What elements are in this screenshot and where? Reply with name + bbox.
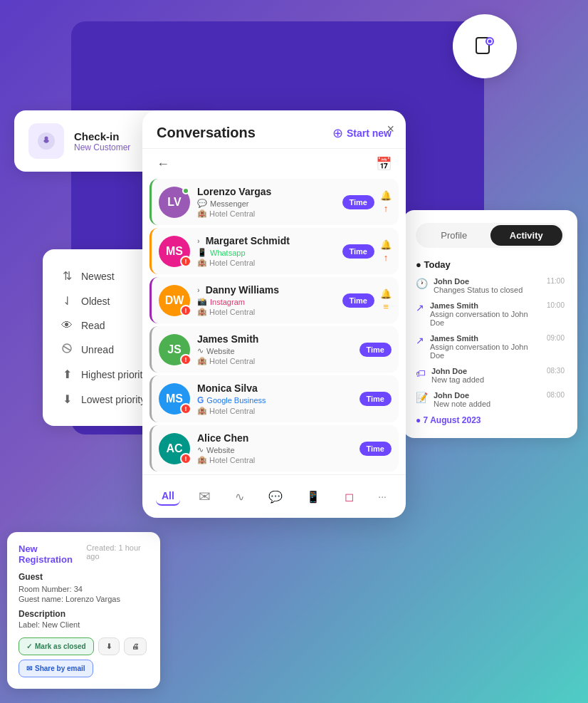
- notification-button[interactable]: [453, 14, 517, 78]
- tab-activity[interactable]: Activity: [490, 225, 563, 246]
- conv-location-margaret: 🏨Hotel Central: [197, 258, 342, 267]
- avatar-james: JS !: [159, 334, 190, 365]
- conv-name-danny: › Danny Williams: [197, 284, 342, 296]
- tab-more[interactable]: ···: [372, 488, 392, 505]
- time-badge-alice: Time: [359, 442, 392, 456]
- conv-info-james: James Smith ∿ Website 🏨Hotel Central: [197, 333, 359, 365]
- today-label: ● Today: [416, 259, 565, 270]
- avatar-margaret: MS !: [159, 236, 190, 267]
- conv-location-lorenzo: 🏨Hotel Central: [197, 209, 342, 218]
- act-icon-3: 🏷: [416, 368, 426, 379]
- conv-channel-monica: G Google Business: [197, 395, 359, 405]
- download-button[interactable]: ⬇: [98, 637, 120, 655]
- priority-up-margaret: ↑: [384, 252, 389, 263]
- tab-whatsapp[interactable]: 📱: [300, 487, 326, 506]
- act-content-0: John Doe Changes Status to closed: [434, 277, 541, 294]
- conv-location-james: 🏨Hotel Central: [197, 356, 359, 365]
- bell-icon-lorenzo: 🔔: [380, 190, 392, 201]
- priority-up-lorenzo: ↑: [384, 203, 389, 214]
- conv-name-lorenzo: Lorenzo Vargas: [197, 186, 342, 197]
- tab-profile[interactable]: Profile: [418, 225, 490, 246]
- reg-description-label: Description: [19, 609, 149, 619]
- close-button[interactable]: ×: [387, 122, 394, 137]
- act-icon-4: 📝: [416, 392, 428, 403]
- download-icon: ⬇: [106, 642, 112, 650]
- checkin-subtitle: New Customer: [74, 142, 130, 152]
- tab-messenger[interactable]: 💬: [263, 487, 288, 506]
- reg-label-value: Label: New Client: [19, 620, 149, 629]
- act-time-2: 09:00: [547, 334, 565, 342]
- activity-panel: Profile Activity ● Today 🕐 John Doe Chan…: [403, 210, 577, 438]
- conv-info-danny: › Danny Williams 📸 Instagram 🏨Hotel Cent…: [197, 284, 342, 316]
- conv-item-alice[interactable]: AC ! Alice Chen ∿ Website 🏨Hotel Central…: [149, 425, 399, 472]
- newest-icon: ⇅: [60, 269, 74, 283]
- conv-info-monica: Monica Silva G Google Business 🏨Hotel Ce…: [197, 382, 359, 415]
- activity-item-0: 🕐 John Doe Changes Status to closed 11:0…: [416, 277, 565, 294]
- act-time-3: 08:30: [547, 367, 565, 375]
- conv-item-margaret[interactable]: MS ! › Margaret Schmidt 📱 Whatsapp 🏨Hote…: [149, 228, 399, 274]
- calendar-icon[interactable]: 📅: [376, 156, 392, 172]
- act-desc-4: New note added: [434, 400, 541, 408]
- tab-email[interactable]: ✉: [193, 485, 216, 508]
- unread-badge-james: !: [180, 354, 191, 365]
- tab-instagram[interactable]: ◻: [339, 487, 359, 506]
- conv-item-monica[interactable]: MS ! Monica Silva G Google Business 🏨Hot…: [149, 375, 399, 422]
- conv-info-margaret: › Margaret Schmidt 📱 Whatsapp 🏨Hotel Cen…: [197, 235, 342, 267]
- reg-room-number: Room Number: 34: [19, 585, 149, 593]
- conversations-header: Conversations ⊕ Start new ×: [142, 110, 406, 149]
- conv-item-danny[interactable]: DW ! › Danny Williams 📸 Instagram 🏨Hotel…: [149, 277, 399, 323]
- date-divider: ● 7 August 2023: [416, 415, 565, 425]
- tab-website[interactable]: ∿: [229, 487, 250, 506]
- act-time-1: 10:00: [547, 301, 565, 309]
- start-new-button[interactable]: ⊕ Start new: [332, 125, 392, 141]
- conv-channel-alice: ∿ Website: [197, 445, 359, 454]
- tab-all[interactable]: All: [156, 487, 180, 506]
- conversation-list: LV Lorenzo Vargas 💬 Messenger 🏨Hotel Cen…: [142, 179, 406, 472]
- reg-created: Created: 1 hour ago: [86, 543, 149, 561]
- time-badge-james: Time: [359, 343, 392, 357]
- conv-name-james: James Smith: [197, 333, 359, 345]
- act-time-0: 11:00: [547, 277, 565, 285]
- act-content-2: James Smith Assign conversation to John …: [430, 334, 541, 360]
- activity-item-2: ↗ James Smith Assign conversation to Joh…: [416, 334, 565, 360]
- unread-badge-margaret: !: [180, 256, 191, 267]
- unread-icon: [60, 343, 74, 356]
- conversations-title: Conversations: [157, 125, 256, 141]
- reg-actions: ✓ Mark as closed ⬇ 🖨 ✉ Share by email: [19, 637, 149, 677]
- conv-name-monica: Monica Silva: [197, 382, 359, 394]
- act-person-2: James Smith: [430, 334, 541, 343]
- act-desc-2: Assign conversation to John Doe: [430, 343, 541, 360]
- reg-title: New Registration: [19, 543, 86, 565]
- conv-item-lorenzo[interactable]: LV Lorenzo Vargas 💬 Messenger 🏨Hotel Cen…: [149, 179, 399, 225]
- act-person-1: James Smith: [430, 301, 541, 310]
- checkin-title: Check-in: [74, 130, 130, 142]
- bell-icon-margaret: 🔔: [380, 239, 392, 250]
- act-content-1: James Smith Assign conversation to John …: [430, 301, 541, 327]
- conv-item-james[interactable]: JS ! James Smith ∿ Website 🏨Hotel Centra…: [149, 326, 399, 373]
- conv-actions-danny: 🔔 ≡: [380, 288, 392, 312]
- unread-badge-monica: !: [180, 403, 191, 415]
- svg-point-4: [45, 137, 48, 140]
- act-person-3: John Doe: [431, 367, 541, 375]
- act-icon-1: ↗: [416, 302, 424, 313]
- back-arrow[interactable]: ←: [157, 157, 169, 172]
- channel-tabs: All ✉ ∿ 💬 📱 ◻ ···: [142, 474, 406, 518]
- time-badge-margaret: Time: [342, 244, 374, 259]
- conv-channel-james: ∿ Website: [197, 346, 359, 355]
- avatar-monica: MS !: [159, 383, 190, 415]
- act-time-4: 08:00: [547, 391, 565, 399]
- priority-lines-danny: ≡: [383, 301, 389, 312]
- act-desc-0: Changes Status to closed: [434, 286, 541, 294]
- svg-line-6: [63, 346, 70, 350]
- share-by-email-button[interactable]: ✉ Share by email: [19, 660, 93, 677]
- print-icon: 🖨: [132, 642, 139, 650]
- oldest-icon: ⇃: [60, 294, 74, 308]
- unread-badge-danny: !: [180, 305, 191, 316]
- mark-as-closed-button[interactable]: ✓ Mark as closed: [19, 637, 94, 655]
- avatar-lorenzo: LV: [159, 187, 190, 218]
- conversations-panel: Conversations ⊕ Start new × ← 📅 LV Loren…: [142, 110, 406, 518]
- activity-item-1: ↗ James Smith Assign conversation to Joh…: [416, 301, 565, 327]
- conv-info-lorenzo: Lorenzo Vargas 💬 Messenger 🏨Hotel Centra…: [197, 186, 342, 218]
- print-button[interactable]: 🖨: [124, 637, 147, 655]
- conversations-nav: ← 📅: [142, 149, 406, 179]
